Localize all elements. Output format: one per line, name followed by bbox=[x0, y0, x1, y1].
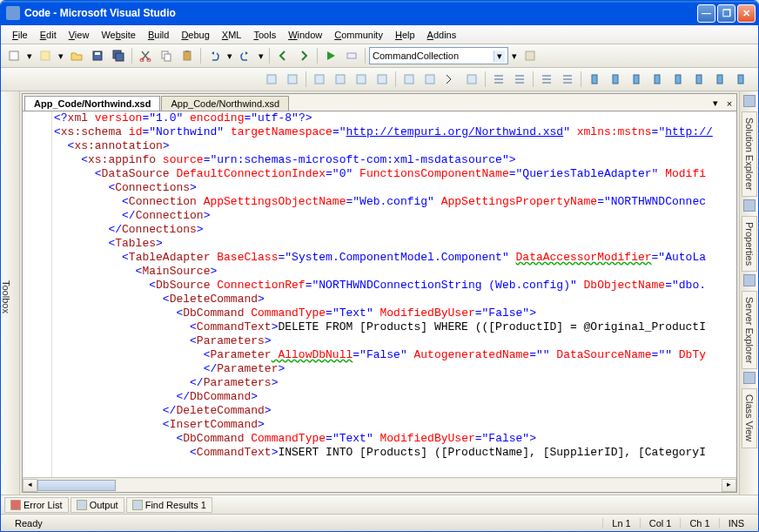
horizontal-scrollbar[interactable]: ◂ ▸ bbox=[23, 477, 736, 492]
xml-tool-9[interactable] bbox=[441, 70, 460, 89]
menu-community[interactable]: Community bbox=[328, 28, 389, 42]
svg-rect-30 bbox=[738, 75, 743, 84]
error-list-tab[interactable]: Error List bbox=[4, 497, 69, 513]
toolbox-tab[interactable]: Toolbox bbox=[1, 91, 20, 495]
debug-config-dropdown[interactable] bbox=[342, 46, 361, 65]
xml-tool-6[interactable] bbox=[373, 70, 392, 89]
nav-forward-button[interactable] bbox=[294, 46, 313, 65]
xml-tool-7[interactable] bbox=[400, 70, 419, 89]
scroll-thumb[interactable] bbox=[37, 480, 116, 491]
xml-toolbar bbox=[1, 68, 758, 91]
find-results-tab[interactable]: Find Results 1 bbox=[126, 497, 212, 513]
bookmark-tool-6[interactable] bbox=[689, 70, 709, 89]
output-tab[interactable]: Output bbox=[71, 497, 124, 513]
menu-xml[interactable]: XML bbox=[216, 28, 248, 42]
minimize-button[interactable]: — bbox=[697, 4, 715, 23]
main-window: Code - Microsoft Visual Studio — ❐ ✕ Fil… bbox=[0, 0, 759, 532]
maximize-button[interactable]: ❐ bbox=[717, 4, 735, 23]
server-explorer-tab[interactable]: Server Explorer bbox=[742, 291, 757, 369]
find-combo[interactable]: CommandCollection▾ bbox=[369, 47, 508, 64]
bookmark-next[interactable] bbox=[627, 70, 646, 89]
menu-tools[interactable]: Tools bbox=[247, 28, 282, 42]
indent-button[interactable] bbox=[489, 70, 508, 89]
add-item-button[interactable] bbox=[36, 46, 55, 65]
add-item-dropdown[interactable]: ▾ bbox=[57, 46, 65, 65]
svg-rect-21 bbox=[426, 75, 434, 84]
cut-button[interactable] bbox=[136, 46, 155, 65]
svg-rect-5 bbox=[116, 53, 124, 61]
xml-tool-4[interactable] bbox=[331, 70, 350, 89]
tab-list-dropdown[interactable]: ▾ bbox=[709, 96, 722, 111]
bookmark-tool-8[interactable] bbox=[731, 70, 750, 89]
outdent-button[interactable] bbox=[510, 70, 529, 89]
menu-view[interactable]: View bbox=[63, 28, 96, 42]
new-project-dropdown[interactable]: ▾ bbox=[25, 46, 34, 65]
solution-explorer-tab[interactable]: Solution Explorer bbox=[742, 111, 757, 197]
menu-help[interactable]: Help bbox=[389, 28, 421, 42]
class-view-tab[interactable]: Class View bbox=[742, 388, 757, 448]
bookmark-button[interactable] bbox=[585, 70, 604, 89]
uncomment-button[interactable] bbox=[558, 70, 577, 89]
svg-rect-23 bbox=[592, 75, 597, 84]
start-debug-button[interactable] bbox=[321, 46, 340, 65]
svg-rect-17 bbox=[336, 75, 345, 84]
xml-tool-5[interactable] bbox=[352, 70, 371, 89]
separator bbox=[395, 71, 396, 87]
svg-rect-19 bbox=[378, 75, 386, 84]
dropdown-icon[interactable]: ▾ bbox=[494, 51, 505, 62]
svg-rect-20 bbox=[405, 75, 413, 84]
svg-rect-16 bbox=[315, 75, 324, 84]
separator bbox=[131, 48, 132, 64]
code-editor[interactable]: <?xml version="1.0" encoding="utf-8"?> <… bbox=[23, 111, 736, 477]
menu-file[interactable]: File bbox=[6, 28, 34, 42]
options-button[interactable] bbox=[521, 46, 540, 65]
menu-window[interactable]: Window bbox=[282, 28, 328, 42]
tab-northwind-other[interactable]: App_Code/Northwind.xsd bbox=[161, 96, 289, 111]
new-project-button[interactable] bbox=[4, 46, 24, 65]
menu-build[interactable]: Build bbox=[142, 28, 175, 42]
bookmark-clear[interactable] bbox=[648, 70, 667, 89]
xml-tool-8[interactable] bbox=[420, 70, 440, 89]
xml-tool-10[interactable] bbox=[462, 70, 481, 89]
tab-close-button[interactable]: × bbox=[722, 97, 736, 111]
scroll-track[interactable] bbox=[37, 479, 722, 492]
menubar: File Edit View Website Build Debug XML T… bbox=[1, 25, 758, 44]
separator bbox=[485, 71, 486, 87]
properties-tab[interactable]: Properties bbox=[742, 216, 757, 272]
outline-gutter[interactable] bbox=[23, 111, 52, 477]
nav-back-button[interactable] bbox=[273, 46, 292, 65]
tab-label: Error List bbox=[24, 500, 63, 510]
status-ins: INS bbox=[719, 518, 753, 529]
separator bbox=[317, 48, 318, 64]
paste-button[interactable] bbox=[178, 46, 197, 65]
xml-tool-1[interactable] bbox=[262, 70, 281, 89]
status-col: Col 1 bbox=[640, 518, 681, 529]
find-dropdown[interactable]: ▾ bbox=[510, 46, 519, 65]
comment-button[interactable] bbox=[537, 70, 556, 89]
open-button[interactable] bbox=[67, 46, 86, 65]
redo-dropdown[interactable]: ▾ bbox=[257, 46, 265, 65]
bookmark-prev[interactable] bbox=[606, 70, 625, 89]
xml-tool-3[interactable] bbox=[310, 70, 329, 89]
tab-label: App_Code/Northwind.xsd bbox=[171, 98, 279, 109]
save-all-button[interactable] bbox=[109, 46, 128, 65]
menu-edit[interactable]: Edit bbox=[34, 28, 63, 42]
save-button[interactable] bbox=[88, 46, 107, 65]
undo-dropdown[interactable]: ▾ bbox=[225, 46, 234, 65]
bookmark-tool-5[interactable] bbox=[668, 70, 688, 89]
bookmark-tool-7[interactable] bbox=[710, 70, 729, 89]
svg-rect-27 bbox=[675, 75, 681, 84]
svg-rect-14 bbox=[267, 75, 276, 84]
tab-northwind-active[interactable]: App_Code/Northwind.xsd bbox=[24, 96, 160, 111]
code-text[interactable]: <?xml version="1.0" encoding="utf-8"?> <… bbox=[52, 111, 736, 477]
scroll-right-button[interactable]: ▸ bbox=[722, 479, 736, 492]
menu-website[interactable]: Website bbox=[95, 28, 142, 42]
copy-button[interactable] bbox=[157, 46, 176, 65]
xml-tool-2[interactable] bbox=[283, 70, 302, 89]
undo-button[interactable] bbox=[205, 46, 224, 65]
menu-addins[interactable]: Addins bbox=[421, 28, 463, 42]
redo-button[interactable] bbox=[236, 46, 255, 65]
close-button[interactable]: ✕ bbox=[737, 4, 756, 23]
scroll-left-button[interactable]: ◂ bbox=[23, 479, 37, 492]
menu-debug[interactable]: Debug bbox=[175, 28, 215, 42]
